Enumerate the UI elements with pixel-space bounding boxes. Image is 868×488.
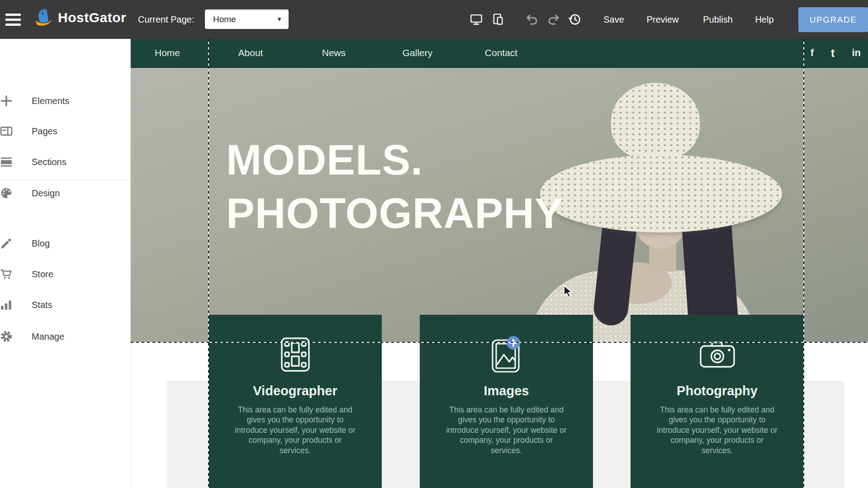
help-button[interactable]: Help [749,0,780,39]
site-nav-home[interactable]: Home [155,39,180,67]
page-dropdown[interactable]: Home ▼ [205,9,289,29]
chevron-down-icon: ▼ [276,16,282,23]
upgrade-button[interactable]: UPGRADE [798,7,868,32]
sidebar-item-blog[interactable]: Blog [0,233,130,253]
hamburger-menu-icon[interactable] [5,14,21,26]
save-button[interactable]: Save [598,0,630,39]
hero-heading[interactable]: MODELS. PHOTOGRAPHY [226,133,564,240]
social-links: f t in [811,39,861,67]
editor-guide-vertical-right [803,39,804,488]
sidebar-label: Manage [32,332,64,342]
twitter-icon[interactable]: t [831,47,835,60]
facebook-icon[interactable]: f [811,47,814,59]
sidebar-item-elements[interactable]: Elements [0,91,130,111]
sections-icon [0,156,14,168]
undo-icon[interactable] [525,0,539,39]
sidebar-item-store[interactable]: Store [0,264,130,284]
mobile-view-icon[interactable] [491,0,505,39]
sidebar-label: Elements [32,96,69,106]
sidebar-label: Blog [32,238,50,249]
page-dropdown-value: Home [213,14,276,24]
model-photo-hat [540,155,782,232]
card-photography[interactable]: Photography This area can be fully edite… [631,315,804,488]
brand-name: HostGator [58,10,126,25]
hero-section: MODELS. PHOTOGRAPHY [131,68,868,342]
sidebar-item-sections[interactable]: Sections [0,152,130,172]
site-navbar: Home About News Gallery Contact f t in [131,39,868,68]
linkedin-icon[interactable]: in [852,47,861,59]
editor-sidebar: Elements Pages Sections [0,39,131,488]
app-window: HostGator Current Page: Home ▼ [0,0,868,488]
gator-icon [33,8,54,27]
sidebar-divider [0,180,130,180]
plus-icon [0,95,14,107]
history-icon[interactable] [567,0,582,39]
sidebar-item-pages[interactable]: Pages [0,121,130,141]
site-nav-news[interactable]: News [322,39,346,67]
editor-guide-horizontal [131,342,868,343]
sidebar-label: Store [32,269,53,280]
sidebar-label: Sections [32,157,66,167]
pages-icon [0,125,14,137]
current-page-label: Current Page: [138,0,194,39]
editor-topbar: HostGator Current Page: Home ▼ [0,0,868,39]
card-body[interactable]: This area can be fully edited and gives … [657,405,778,455]
sidebar-label: Pages [32,126,57,137]
card-title[interactable]: Images [420,384,593,398]
film-icon[interactable] [209,335,382,374]
editor-guide-vertical-left [208,39,209,488]
sidebar-item-stats[interactable]: Stats [0,295,130,315]
card-title[interactable]: Videographer [209,384,382,398]
sidebar-label: Stats [32,300,52,310]
model-photo-hat [611,83,700,160]
card-videographer[interactable]: Videographer This area can be fully edit… [209,315,382,488]
site-canvas: Home About News Gallery Contact f t in M… [131,39,868,488]
sidebar-item-design[interactable]: Design [0,183,130,203]
site-nav-gallery[interactable]: Gallery [403,39,433,67]
palette-icon [0,187,14,199]
publish-button[interactable]: Publish [697,0,738,39]
pencil-icon [0,237,14,250]
hero-heading-line2: PHOTOGRAPHY [226,187,564,240]
card-images[interactable]: Images This area can be fully edited and… [420,315,593,488]
hostgator-logo: HostGator [33,8,126,27]
desktop-view-icon[interactable] [470,0,483,39]
gear-icon [0,330,14,343]
sidebar-item-manage[interactable]: Manage [0,327,130,346]
card-title[interactable]: Photography [631,384,804,398]
cart-icon [0,268,14,280]
image-plus-icon[interactable] [420,335,593,374]
hero-heading-line1: MODELS. [226,133,564,187]
card-body[interactable]: This area can be fully edited and gives … [446,405,567,455]
camera-icon[interactable] [631,335,804,374]
stats-icon [0,298,14,311]
preview-button[interactable]: Preview [640,0,685,39]
sidebar-label: Design [32,188,60,199]
redo-icon[interactable] [546,0,561,39]
card-body[interactable]: This area can be fully edited and gives … [235,405,356,455]
site-nav-contact[interactable]: Contact [485,39,517,67]
site-nav-about[interactable]: About [238,39,263,67]
